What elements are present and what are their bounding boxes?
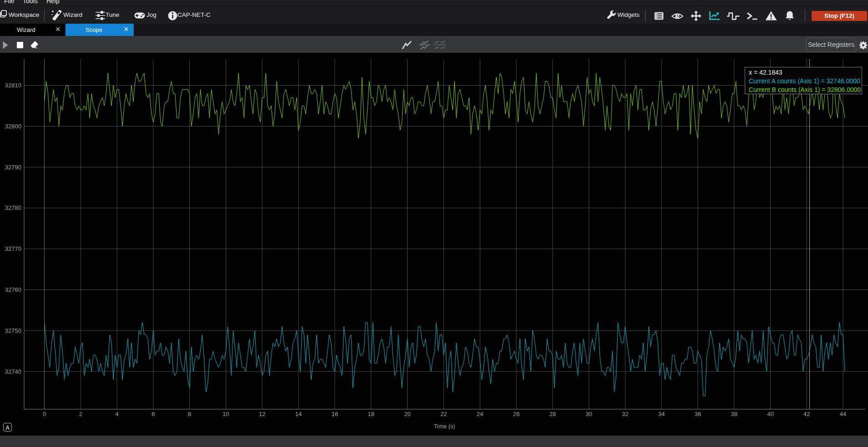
svg-text:42: 42 [803,411,810,417]
svg-text:32770: 32770 [5,245,21,252]
svg-text:32790: 32790 [5,164,21,171]
svg-text:38: 38 [731,411,737,417]
svg-text:32750: 32750 [5,327,21,334]
svg-text:32800: 32800 [5,123,21,130]
svg-text:A: A [5,424,10,431]
svg-text:22: 22 [440,411,447,417]
svg-text:6: 6 [151,411,155,417]
svg-text:10: 10 [222,411,229,417]
svg-text:0: 0 [43,411,46,417]
svg-text:20: 20 [404,411,410,417]
svg-text:2: 2 [79,411,82,417]
svg-text:30: 30 [585,411,592,417]
svg-text:32780: 32780 [5,204,21,211]
svg-text:32810: 32810 [5,82,21,89]
svg-text:18: 18 [368,411,374,417]
svg-text:36: 36 [695,411,701,417]
svg-text:32760: 32760 [5,286,21,293]
svg-text:12: 12 [259,411,265,417]
svg-text:32: 32 [622,411,628,417]
svg-text:Time (s): Time (s) [434,423,455,430]
svg-text:34: 34 [658,411,665,417]
svg-text:44: 44 [840,411,846,417]
svg-text:40: 40 [767,411,773,417]
svg-text:28: 28 [549,411,555,417]
svg-text:26: 26 [513,411,520,417]
svg-text:8: 8 [188,411,191,417]
svg-text:16: 16 [332,411,338,417]
svg-text:32740: 32740 [5,368,21,375]
svg-text:24: 24 [477,411,483,417]
svg-text:4: 4 [115,411,118,417]
svg-text:14: 14 [295,411,302,417]
